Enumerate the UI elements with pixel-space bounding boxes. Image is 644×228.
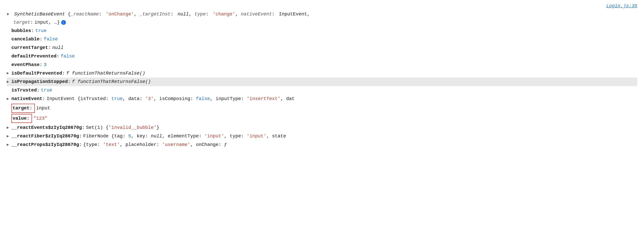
prop-key-reactProps: __reactProps$zIyIq28670g <box>12 141 79 149</box>
toggle-isDefaultPrevented[interactable] <box>7 70 12 76</box>
toggle-reactFiber[interactable] <box>7 133 12 139</box>
main-object-props: {_reactName: 'onChange', _targetInst: nu… <box>68 11 310 17</box>
prop-key-eventPhase: eventPhase <box>12 61 40 69</box>
file-link[interactable]: Login.js:35 <box>606 3 637 8</box>
main-object-toggle[interactable] <box>7 11 12 17</box>
prop-target: target: input <box>7 103 637 113</box>
prop-value-reactEvents: Set(1) {'invalid__bubble'} <box>86 124 159 132</box>
toggle-isPropagationStopped[interactable] <box>7 79 12 85</box>
prop-key-target: target <box>12 106 30 111</box>
prop-key-reactEvents: __reactEvents$zIyIq28670g <box>12 124 82 132</box>
prop-nativeEvent: nativeEvent: InputEvent {isTrusted: true… <box>7 95 637 103</box>
prop-value: value: "123" <box>7 113 637 124</box>
prop-defaultPrevented: defaultPrevented: false <box>7 52 637 61</box>
target-value-inline: input <box>34 19 49 26</box>
prop-key-isDefaultPrevented: isDefaultPrevented <box>12 70 62 77</box>
toggle-nativeEvent[interactable] <box>7 96 12 102</box>
prop-eventPhase: eventPhase: 3 <box>7 61 637 69</box>
prop-isDefaultPrevented: isDefaultPrevented: f functionThatReturn… <box>7 69 637 78</box>
prop-key-defaultPrevented: defaultPrevented <box>12 53 56 60</box>
prop-value-bubbles: true <box>35 27 46 35</box>
prop-key-bubbles: bubbles <box>12 27 31 35</box>
value-red-box: value: <box>12 114 32 123</box>
prop-value-reactProps: {type: 'text', placeholder: 'username', … <box>83 141 227 149</box>
prop-key-value: value <box>12 116 27 121</box>
target-key: target <box>14 19 30 26</box>
prop-value-isDefaultPrevented: f functionThatReturnsFalse() <box>66 70 145 77</box>
sub-object-line: target: input, …} i <box>7 18 637 27</box>
prop-value-target: input <box>36 105 50 112</box>
prop-isPropagationStopped: isPropagationStopped: f functionThatRetu… <box>7 78 637 86</box>
prop-key-currentTarget: currentTarget <box>12 44 48 52</box>
prop-currentTarget: currentTarget: null <box>7 43 637 52</box>
prop-cancelable: cancelable: false <box>7 35 637 43</box>
devtools-panel: Login.js:35 SyntheticBaseEvent {_reactNa… <box>7 3 637 149</box>
prop-value-defaultPrevented: false <box>61 53 75 60</box>
prop-reactProps: __reactProps$zIyIq28670g: {type: 'text',… <box>7 141 637 149</box>
prop-value-value: "123" <box>33 115 48 122</box>
target-colon: : <box>30 19 33 26</box>
prop-reactEvents: __reactEvents$zIyIq28670g: Set(1) {'inva… <box>7 123 637 132</box>
target-rest: , …} <box>49 19 60 26</box>
prop-value-eventPhase: 3 <box>44 61 46 69</box>
prop-value-currentTarget: null <box>52 44 64 52</box>
prop-key-isTrusted: isTrusted <box>12 87 37 94</box>
prop-bubbles: bubbles: true <box>7 27 637 35</box>
info-icon[interactable]: i <box>61 20 66 25</box>
prop-key-reactFiber: __reactFiber$zIyIq28670g <box>12 133 79 140</box>
class-name: SyntheticBaseEvent <box>14 11 65 17</box>
prop-value-isTrusted: true <box>41 87 52 94</box>
prop-value-nativeEvent: InputEvent {isTrusted: true, data: '3', … <box>46 95 295 103</box>
top-link-area: Login.js:35 <box>7 3 637 8</box>
prop-value-cancelable: false <box>44 35 58 43</box>
toggle-reactEvents[interactable] <box>7 125 12 131</box>
prop-key-isPropagationStopped: isPropagationStopped <box>12 78 68 86</box>
toggle-reactProps[interactable] <box>7 142 12 148</box>
main-object-line: SyntheticBaseEvent {_reactName: 'onChang… <box>7 10 637 18</box>
prop-value-reactFiber: FiberNode {tag: 5, key: null, elementTyp… <box>83 133 286 140</box>
prop-key-cancelable: cancelable <box>12 35 40 43</box>
properties-list: bubbles: true cancelable: false currentT… <box>7 27 637 149</box>
prop-key-nativeEvent: nativeEvent <box>12 95 42 103</box>
prop-value-isPropagationStopped: f functionThatReturnsFalse() <box>72 78 151 86</box>
target-red-box: target: <box>12 104 35 113</box>
prop-isTrusted: isTrusted: true <box>7 86 637 95</box>
prop-reactFiber: __reactFiber$zIyIq28670g: FiberNode {tag… <box>7 132 637 141</box>
